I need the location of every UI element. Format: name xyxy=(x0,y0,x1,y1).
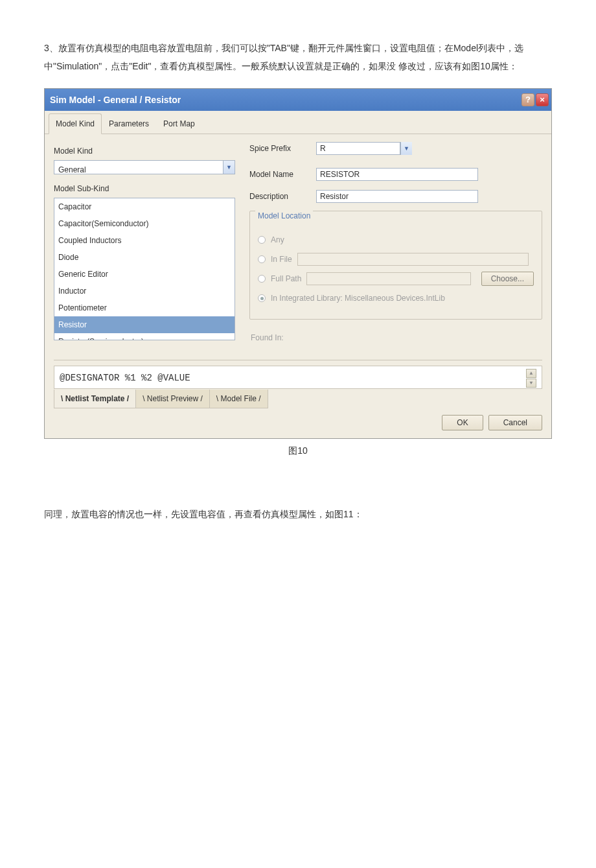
scroll-up-icon[interactable]: ▲ xyxy=(526,369,536,378)
sim-model-dialog: Sim Model - General / Resistor ? × Model… xyxy=(44,88,552,439)
closing-paragraph: 同理，放置电容的情况也一样，先设置电容值，再查看仿真模型属性，如图11： xyxy=(44,505,552,523)
list-item[interactable]: Capacitor xyxy=(54,198,235,215)
full-path-input xyxy=(306,272,470,285)
list-item[interactable]: Coupled Inductors xyxy=(54,232,235,249)
list-item-selected[interactable]: Resistor xyxy=(54,316,235,333)
figure-caption: 图10 xyxy=(44,441,552,460)
tab-row: Model Kind Parameters Port Map xyxy=(45,111,551,134)
radio-integrated[interactable] xyxy=(258,294,266,302)
found-in-value xyxy=(290,331,420,344)
tab-netlist-template[interactable]: \ Netlist Template / xyxy=(54,390,136,408)
radio-full-path-label: Full Path xyxy=(271,271,301,287)
model-name-input[interactable] xyxy=(316,168,478,181)
tab-netlist-preview[interactable]: \ Netlist Preview / xyxy=(135,390,210,408)
found-in-label: Found In: xyxy=(251,330,284,346)
radio-in-file[interactable] xyxy=(258,255,266,263)
model-subkind-list[interactable]: Capacitor Capacitor(Semiconductor) Coupl… xyxy=(54,198,235,340)
titlebar[interactable]: Sim Model - General / Resistor ? × xyxy=(45,89,551,111)
tab-model-kind[interactable]: Model Kind xyxy=(49,113,102,134)
model-location-fieldset: Model Location Any In File Full Path xyxy=(249,211,542,320)
choose-button[interactable]: Choose... xyxy=(481,272,534,286)
chevron-down-icon[interactable]: ▼ xyxy=(223,161,235,174)
model-name-label: Model Name xyxy=(249,167,311,182)
cancel-button[interactable]: Cancel xyxy=(488,415,542,430)
radio-full-path[interactable] xyxy=(258,275,266,283)
netlist-template-area[interactable]: @DESIGNATOR %1 %2 @VALUE ▲ ▼ xyxy=(54,366,542,389)
model-kind-value: General xyxy=(54,161,223,174)
list-item[interactable]: Generic Editor xyxy=(54,266,235,283)
spice-prefix-label: Spice Prefix xyxy=(249,141,311,156)
model-subkind-label: Model Sub-Kind xyxy=(54,181,235,196)
radio-integrated-label: In Integrated Library: Miscellaneous Dev… xyxy=(271,290,445,306)
description-input[interactable] xyxy=(316,190,478,203)
tab-port-map[interactable]: Port Map xyxy=(156,113,202,134)
dialog-title: Sim Model - General / Resistor xyxy=(50,91,181,109)
list-item[interactable]: Inductor xyxy=(54,283,235,299)
netlist-template-text: @DESIGNATOR %1 %2 @VALUE xyxy=(60,369,190,387)
scroll-down-icon[interactable]: ▼ xyxy=(526,379,536,388)
radio-in-file-label: In File xyxy=(271,252,292,267)
model-kind-select[interactable]: General ▼ xyxy=(54,160,235,174)
chevron-down-icon[interactable]: ▼ xyxy=(400,142,412,155)
description-label: Description xyxy=(249,189,311,204)
close-icon[interactable]: × xyxy=(536,93,549,106)
model-location-legend: Model Location xyxy=(255,208,313,224)
help-icon[interactable]: ? xyxy=(522,93,534,106)
ok-button[interactable]: OK xyxy=(442,415,483,430)
radio-any[interactable] xyxy=(258,236,266,244)
in-file-input xyxy=(297,253,529,266)
list-item[interactable]: Diode xyxy=(54,249,235,266)
list-item[interactable]: Capacitor(Semiconductor) xyxy=(54,215,235,232)
tab-parameters[interactable]: Parameters xyxy=(102,113,156,134)
list-item[interactable]: Potentiometer xyxy=(54,299,235,316)
list-item[interactable]: Resistor(Semiconductor) xyxy=(54,333,235,340)
tab-model-file[interactable]: \ Model File / xyxy=(209,390,268,408)
spice-prefix-input[interactable] xyxy=(316,142,400,155)
intro-paragraph: 3、放置有仿真模型的电阻电容放置电阻前，我们可以按"TAB"键，翻开元件属性窗口… xyxy=(44,39,552,75)
radio-any-label: Any xyxy=(271,232,284,248)
model-kind-label: Model Kind xyxy=(54,143,235,159)
